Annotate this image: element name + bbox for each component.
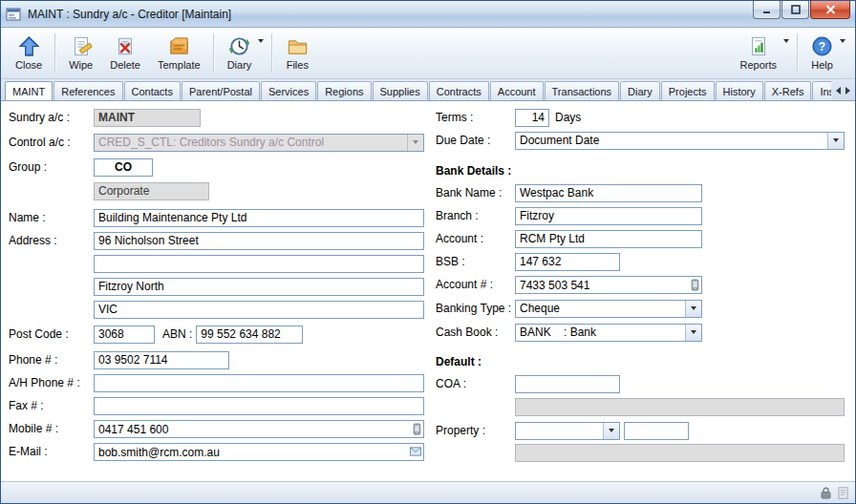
name-input[interactable] [94, 209, 424, 227]
account-number-input[interactable] [515, 276, 702, 294]
group-code-input[interactable] [94, 158, 153, 177]
tab-transactions[interactable]: Transactions [545, 81, 620, 100]
template-button[interactable]: Template [149, 30, 209, 76]
bank-name-input[interactable] [515, 184, 702, 202]
address-row-1: Address : [9, 231, 424, 250]
banking-type-select[interactable]: Cheque [515, 300, 702, 318]
address-line-3-input[interactable] [94, 278, 424, 296]
address-label: Address : [9, 234, 94, 247]
help-dropdown-arrow[interactable] [840, 43, 845, 60]
mobile-input[interactable] [94, 420, 424, 438]
diary-clock-icon [228, 33, 250, 58]
fax-input[interactable] [94, 397, 424, 415]
chevron-down-icon [685, 301, 701, 317]
mobile-row: Mobile # : [9, 419, 424, 438]
terms-input[interactable] [515, 109, 549, 127]
coa-description-row [515, 397, 845, 416]
tab-insurance[interactable]: Insuranc [812, 81, 831, 100]
tab-account[interactable]: Account [490, 81, 544, 100]
delete-button[interactable]: Delete [101, 30, 149, 76]
tab-services[interactable]: Services [261, 81, 316, 100]
help-button[interactable]: ? Help [802, 30, 849, 76]
mobile-label: Mobile # : [9, 422, 94, 435]
terms-label: Terms : [436, 111, 515, 124]
terms-days-label: Days [555, 111, 581, 124]
phone-input[interactable] [94, 351, 229, 369]
files-button-label: Files [287, 59, 309, 71]
banking-type-label: Banking Type : [436, 302, 515, 315]
due-date-select[interactable]: Document Date [515, 132, 845, 150]
post-code-label: Post Code : [9, 327, 94, 341]
property-code-input[interactable] [624, 422, 689, 440]
tab-contracts[interactable]: Contracts [429, 81, 489, 100]
reports-button[interactable]: Reports [731, 30, 793, 76]
maximize-button[interactable] [781, 1, 809, 19]
files-button[interactable]: Files [277, 30, 317, 76]
bank-details-heading: Bank Details : [436, 164, 511, 178]
diary-dropdown-arrow[interactable] [258, 43, 264, 60]
email-envelope-icon[interactable] [410, 447, 421, 456]
notes-page-icon[interactable] [838, 487, 848, 499]
tab-regions[interactable]: Regions [317, 81, 371, 100]
bank-account-label: Account : [436, 232, 515, 245]
mobile-phone-icon[interactable] [413, 423, 421, 435]
group-description-field: Corporate [94, 182, 209, 200]
abn-label: ABN : [162, 327, 192, 341]
tab-references[interactable]: References [54, 81, 122, 100]
banking-type-value: Cheque [516, 301, 685, 317]
close-button-label: Close [15, 59, 42, 71]
post-code-abn-row: Post Code : ABN : [9, 325, 303, 344]
phone-row: Phone # : [9, 350, 229, 369]
group-label: Group : [9, 160, 94, 174]
tab-diary[interactable]: Diary [620, 81, 660, 100]
status-bar [1, 481, 855, 503]
cash-book-row: Cash Book : BANK : Bank [436, 323, 702, 342]
tab-projects[interactable]: Projects [661, 81, 715, 100]
delete-button-label: Delete [110, 59, 140, 71]
lock-icon[interactable] [821, 487, 831, 499]
minimize-button[interactable] [753, 1, 781, 19]
tab-contacts[interactable]: Contacts [124, 81, 181, 100]
close-arrow-icon [18, 33, 40, 58]
svg-text:?: ? [819, 39, 825, 52]
address-line-4-input[interactable] [94, 301, 424, 319]
bsb-input[interactable] [515, 253, 620, 271]
toolbar-separator [54, 33, 56, 73]
close-window-button[interactable] [810, 1, 850, 19]
wipe-button[interactable]: Wipe [60, 30, 101, 76]
bank-account-input[interactable] [515, 230, 702, 248]
address-line-2-input[interactable] [94, 255, 424, 273]
ah-phone-input[interactable] [94, 374, 424, 392]
control-ac-value: CRED_S_CTL: Creditors Sundry a/c Control [95, 135, 407, 151]
tab-maint[interactable]: MAINT [5, 81, 53, 100]
toolbar-separator [213, 33, 215, 73]
property-label: Property : [436, 424, 515, 437]
maximize-icon [791, 5, 801, 14]
tab-history[interactable]: History [716, 81, 763, 100]
tab-scroll-left-icon[interactable] [836, 87, 841, 94]
reports-dropdown-arrow[interactable] [783, 43, 789, 60]
tab-parent-postal[interactable]: Parent/Postal [182, 81, 260, 100]
coa-input[interactable] [515, 375, 620, 393]
account-phone-icon[interactable] [691, 279, 699, 291]
control-ac-select: CRED_S_CTL: Creditors Sundry a/c Control [94, 134, 424, 152]
wipe-page-icon [71, 33, 92, 58]
diary-button[interactable]: Diary [219, 30, 268, 76]
sundry-ac-label: Sundry a/c : [9, 111, 94, 124]
branch-input[interactable] [515, 207, 702, 225]
post-code-input[interactable] [94, 326, 155, 344]
tab-scroll-right-icon[interactable] [845, 87, 850, 94]
tab-x-refs[interactable]: X-Refs [764, 81, 812, 100]
property-select[interactable] [515, 422, 620, 440]
tab-supplies[interactable]: Supplies [373, 81, 428, 100]
tab-bar: MAINT References Contacts Parent/Postal … [1, 79, 855, 101]
abn-input[interactable] [196, 326, 303, 344]
app-window: MAINT : Sundry a/c - Creditor [Maintain]… [0, 0, 856, 504]
cash-book-select[interactable]: BANK : Bank [515, 324, 702, 342]
property-value [516, 423, 603, 439]
email-input[interactable] [94, 443, 424, 461]
address-line-1-input[interactable] [94, 232, 424, 250]
close-button[interactable]: Close [7, 30, 51, 76]
diary-button-label: Diary [227, 59, 252, 71]
default-heading: Default : [436, 355, 482, 368]
